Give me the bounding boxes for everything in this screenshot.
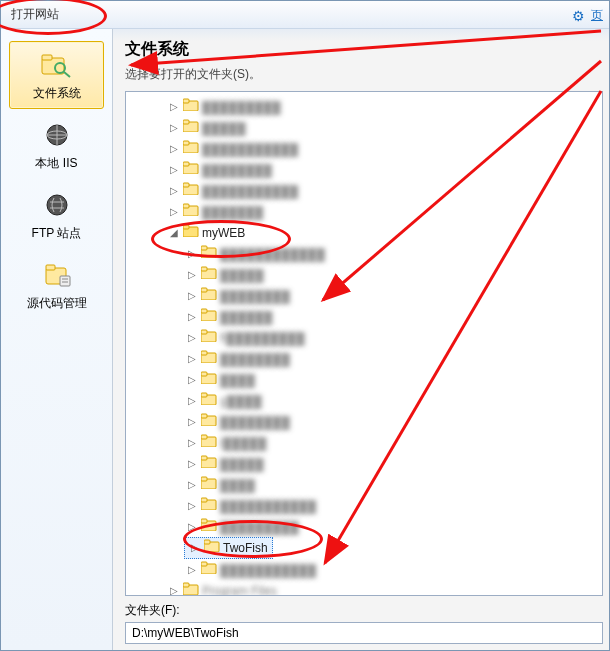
folder-icon	[201, 286, 217, 306]
tree-item-label: g▓▓▓▓	[220, 391, 262, 411]
svg-rect-53	[201, 498, 207, 502]
folder-icon	[201, 433, 217, 453]
tree-item-selected[interactable]: ▷TwoFish	[184, 537, 602, 559]
tree-item[interactable]: ▷▓▓▓▓▓	[184, 453, 602, 474]
folder-tree[interactable]: ▷▓▓▓▓▓▓▓▓▓▷▓▓▓▓▓▷▓▓▓▓▓▓▓▓▓▓▓▷▓▓▓▓▓▓▓▓▷▓▓…	[125, 91, 603, 596]
tree-item[interactable]: ▷▓▓▓▓▓▓▓▓	[184, 411, 602, 432]
puzzle-icon: ⚙	[572, 8, 585, 24]
svg-rect-45	[201, 414, 207, 418]
tree-item[interactable]: ▷▓▓▓▓▓▓▓▓▓▓▓	[184, 559, 602, 580]
tree-item[interactable]: ▷▓▓▓▓▓▓▓	[166, 201, 602, 222]
svg-rect-51	[201, 477, 207, 481]
expander-icon[interactable]: ▷	[189, 538, 201, 558]
expander-icon[interactable]: ▷	[186, 433, 198, 453]
svg-point-8	[47, 195, 67, 215]
expander-icon[interactable]: ▷	[186, 454, 198, 474]
tree-item[interactable]: ▷▓▓▓▓▓▓▓▓	[184, 348, 602, 369]
sidebar-item-ftp[interactable]: FTP 站点	[9, 183, 104, 249]
folder-path-input[interactable]	[125, 622, 603, 644]
expander-icon[interactable]: ▷	[186, 328, 198, 348]
expander-icon[interactable]: ▷	[168, 202, 180, 222]
expander-icon[interactable]: ◢	[168, 223, 180, 243]
folder-label: 文件夹(F):	[125, 602, 603, 619]
tree-item[interactable]: ▷i▓▓▓▓▓	[184, 432, 602, 453]
tree-item[interactable]: ◢myWEB▷▓▓▓▓▓▓▓▓▓▓▓▓▷▓▓▓▓▓▷▓▓▓▓▓▓▓▓▷▓▓▓▓▓…	[166, 222, 602, 580]
tree-item-label: i▓▓▓▓▓	[220, 433, 266, 453]
tree-item-label: TwoFish	[223, 538, 268, 558]
expander-icon[interactable]: ▷	[186, 244, 198, 264]
folder-icon	[183, 223, 199, 243]
svg-rect-59	[201, 562, 207, 566]
tree-item-label: fi▓▓▓▓▓▓▓▓▓	[220, 328, 305, 348]
svg-line-3	[64, 72, 70, 77]
expander-icon[interactable]: ▷	[186, 349, 198, 369]
expander-icon[interactable]: ▷	[168, 581, 180, 596]
folder-icon	[201, 244, 217, 264]
folder-icon	[183, 181, 199, 201]
expander-icon[interactable]: ▷	[186, 265, 198, 285]
expander-icon[interactable]: ▷	[168, 160, 180, 180]
tree-item[interactable]: ▷g▓▓▓▓	[184, 390, 602, 411]
sidebar-item-label: 文件系统	[33, 86, 81, 100]
expander-icon[interactable]: ▷	[186, 412, 198, 432]
sidebar-item-source[interactable]: 源代码管理	[9, 253, 104, 319]
folder-icon	[201, 560, 217, 580]
expander-icon[interactable]: ▷	[168, 139, 180, 159]
tree-item[interactable]: ▷▓▓▓▓▓▓▓▓▓	[184, 516, 602, 537]
tree-item[interactable]: ▷▓▓▓▓	[184, 369, 602, 390]
tree-item-label: myWEB	[202, 223, 245, 243]
expander-icon[interactable]: ▷	[168, 181, 180, 201]
tree-item[interactable]: ▷▓▓▓▓▓	[166, 117, 602, 138]
tree-item[interactable]: ▷▓▓▓▓▓▓▓▓▓▓▓	[184, 495, 602, 516]
svg-rect-27	[183, 225, 189, 229]
folder-icon	[183, 139, 199, 159]
expander-icon[interactable]: ▷	[186, 391, 198, 411]
tree-item-label: ▓▓▓▓▓▓▓▓	[220, 349, 290, 369]
tree-item[interactable]: ▷▓▓▓▓▓▓▓▓▓▓▓	[166, 138, 602, 159]
svg-rect-33	[201, 288, 207, 292]
svg-rect-41	[201, 372, 207, 376]
expander-icon[interactable]: ▷	[168, 97, 180, 117]
svg-rect-61	[183, 583, 189, 587]
tree-item-label: ▓▓▓▓▓	[202, 118, 246, 138]
folder-icon	[201, 391, 217, 411]
expander-icon[interactable]: ▷	[186, 370, 198, 390]
tree-item[interactable]: ▷Program Files	[166, 580, 602, 596]
expander-icon[interactable]: ▷	[186, 517, 198, 537]
tree-item[interactable]: ▷▓▓▓▓▓▓▓▓▓▓▓▓	[184, 243, 602, 264]
tree-item[interactable]: ▷▓▓▓▓▓▓▓▓▓▓▓	[166, 180, 602, 201]
tree-item-label: ▓▓▓▓▓▓▓▓▓▓▓	[202, 181, 298, 201]
tree-item-label: ▓▓▓▓▓▓▓▓▓	[220, 517, 299, 537]
folder-icon	[183, 202, 199, 222]
svg-rect-10	[46, 265, 55, 270]
tree-item[interactable]: ▷▓▓▓▓▓▓▓▓	[184, 285, 602, 306]
expander-icon[interactable]: ▷	[186, 307, 198, 327]
expander-icon[interactable]: ▷	[186, 496, 198, 516]
sidebar-item-label: 源代码管理	[27, 296, 87, 310]
main-panel: 文件系统 选择要打开的文件夹(S)。 ▷▓▓▓▓▓▓▓▓▓▷▓▓▓▓▓▷▓▓▓▓…	[113, 29, 609, 650]
folder-icon	[201, 475, 217, 495]
tree-item[interactable]: ▷▓▓▓▓▓	[184, 264, 602, 285]
tree-item-label: ▓▓▓▓▓▓▓▓▓▓▓	[202, 139, 298, 159]
sidebar-item-iis[interactable]: 本地 IIS	[9, 113, 104, 179]
tree-item[interactable]: ▷▓▓▓▓▓▓▓▓▓	[166, 96, 602, 117]
svg-rect-21	[183, 162, 189, 166]
tree-item[interactable]: ▷▓▓▓▓▓▓▓▓	[166, 159, 602, 180]
tree-item-label: ▓▓▓▓▓▓▓▓▓▓▓	[220, 496, 316, 516]
expander-icon[interactable]: ▷	[186, 560, 198, 580]
svg-rect-25	[183, 204, 189, 208]
folder-icon	[183, 97, 199, 117]
tree-item[interactable]: ▷▓▓▓▓	[184, 474, 602, 495]
tree-item-label: ▓▓▓▓	[220, 370, 255, 390]
expander-icon[interactable]: ▷	[186, 475, 198, 495]
tree-item[interactable]: ▷▓▓▓▓▓▓	[184, 306, 602, 327]
expander-icon[interactable]: ▷	[168, 118, 180, 138]
help-link[interactable]: 页	[591, 7, 603, 24]
tree-item[interactable]: ▷fi▓▓▓▓▓▓▓▓▓	[184, 327, 602, 348]
folder-icon	[201, 307, 217, 327]
folder-icon	[183, 581, 199, 596]
expander-icon[interactable]: ▷	[186, 286, 198, 306]
folder-icon	[204, 538, 220, 558]
svg-rect-47	[201, 435, 207, 439]
sidebar-item-filesystem[interactable]: 文件系统	[9, 41, 104, 109]
